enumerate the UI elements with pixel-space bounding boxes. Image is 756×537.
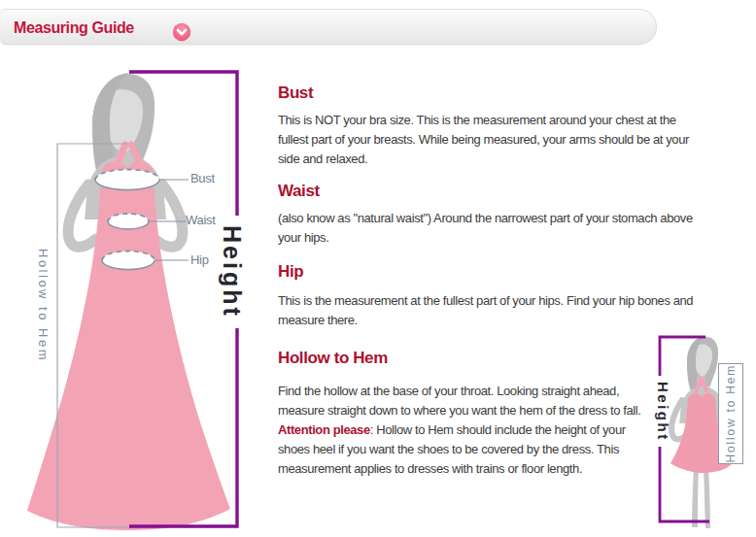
hip-section-body: This is the measurement at the fullest p… [278, 291, 717, 330]
hollow-body-before: Find the hollow at the base of your thro… [278, 384, 640, 418]
height-diagram-label: Height [217, 213, 246, 331]
dress-figure-illustration [24, 56, 248, 534]
attention-please-label: Attention please [278, 422, 370, 437]
small-hollow-to-hem-label: Hollow to Hem [724, 364, 738, 462]
hip-section-heading: Hip [278, 263, 303, 281]
hollow-section-heading: Hollow to Hem [278, 350, 388, 367]
hollow-section-body: Find the hollow at the base of your thro… [278, 382, 647, 479]
bust-section-heading: Bust [278, 84, 313, 102]
bust-measure-ellipse [95, 170, 159, 190]
waist-section-heading: Waist [278, 183, 320, 200]
hip-diagram-label: Hip [190, 253, 209, 267]
page-title: Measuring Guide [14, 18, 134, 37]
bust-section-body: This is NOT your bra size. This is the m… [278, 111, 717, 169]
chevron-down-icon[interactable] [172, 22, 191, 42]
bust-diagram-label: Bust [190, 172, 215, 185]
small-hollow-to-hem-box: Hollow to Hem [718, 363, 743, 464]
hollow-to-hem-diagram-label: Hollow to Hem [31, 249, 51, 367]
waist-measure-ellipse [108, 214, 149, 229]
waist-diagram-label: Waist [186, 214, 216, 227]
measuring-guide-header-bar: Measuring Guide [0, 9, 657, 45]
waist-section-body: (also know as "natural waist") Around th… [278, 209, 717, 248]
main-measurement-diagram [24, 56, 248, 534]
small-height-label: Height [648, 377, 671, 447]
hip-measure-ellipse [102, 252, 155, 270]
measuring-guide-page: Measuring Guide [0, 0, 756, 537]
